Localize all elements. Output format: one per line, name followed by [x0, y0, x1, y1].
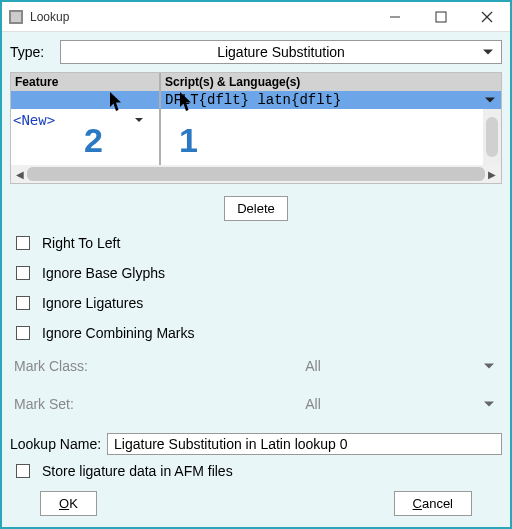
window-title: Lookup	[30, 10, 372, 24]
ok-button[interactable]: OK	[40, 491, 97, 516]
ignore-comb-checkbox[interactable]	[16, 326, 30, 340]
feature-new-label: <New>	[13, 112, 55, 128]
col-feature-header[interactable]: Feature	[11, 73, 161, 91]
chevron-down-icon	[483, 50, 493, 55]
ignore-liga-checkbox[interactable]	[16, 296, 30, 310]
mark-set-label: Mark Set:	[14, 396, 124, 412]
type-value: Ligature Substitution	[217, 44, 345, 60]
rtl-label: Right To Left	[42, 235, 120, 251]
chevron-down-icon	[484, 402, 494, 407]
lookup-name-label: Lookup Name:	[10, 436, 101, 452]
mark-class-select[interactable]: All	[124, 355, 502, 377]
delete-button[interactable]: Delete	[224, 196, 288, 221]
col-script-header[interactable]: Script(s) & Language(s)	[161, 73, 501, 91]
app-icon	[8, 9, 24, 25]
store-afm-checkbox[interactable]	[16, 464, 30, 478]
maximize-button[interactable]	[418, 2, 464, 32]
chevron-down-icon	[484, 364, 494, 369]
ok-tail: K	[69, 496, 78, 511]
cancel-button[interactable]: Cancel	[394, 491, 472, 516]
type-label: Type:	[10, 44, 60, 60]
store-afm-label: Store ligature data in AFM files	[42, 463, 233, 479]
lookup-name-value: Ligature Substitution in Latin lookup 0	[114, 436, 348, 452]
title-bar: Lookup	[2, 2, 510, 32]
type-select[interactable]: Ligature Substitution	[60, 40, 502, 64]
lookup-table: Feature Script(s) & Language(s) <New> DF…	[10, 72, 502, 184]
minimize-button[interactable]	[372, 2, 418, 32]
ignore-base-label: Ignore Base Glyphs	[42, 265, 165, 281]
table-vscroll[interactable]	[483, 109, 501, 165]
svg-rect-3	[436, 12, 446, 22]
scroll-left-icon[interactable]: ◀	[13, 169, 27, 180]
close-button[interactable]	[464, 2, 510, 32]
script-value: DFLT{dflt} latn{dflt}	[165, 92, 341, 108]
chevron-down-icon	[135, 118, 143, 122]
mark-class-value: All	[305, 358, 321, 374]
ignore-base-checkbox[interactable]	[16, 266, 30, 280]
feature-new-row[interactable]: <New>	[11, 109, 159, 131]
cancel-tail: ancel	[422, 496, 453, 511]
ignore-comb-label: Ignore Combining Marks	[42, 325, 195, 341]
scroll-right-icon[interactable]: ▶	[485, 169, 499, 180]
mark-class-label: Mark Class:	[14, 358, 124, 374]
svg-rect-1	[11, 12, 21, 22]
mark-set-value: All	[305, 396, 321, 412]
lookup-name-input[interactable]: Ligature Substitution in Latin lookup 0	[107, 433, 502, 455]
mark-set-select[interactable]: All	[124, 393, 502, 415]
feature-selected-row[interactable]	[11, 91, 159, 109]
ignore-liga-label: Ignore Ligatures	[42, 295, 143, 311]
script-cell-input[interactable]: DFLT{dflt} latn{dflt}	[161, 91, 501, 109]
rtl-checkbox[interactable]	[16, 236, 30, 250]
table-hscroll[interactable]: ◀ ▶	[11, 165, 501, 183]
chevron-down-icon	[485, 98, 495, 103]
